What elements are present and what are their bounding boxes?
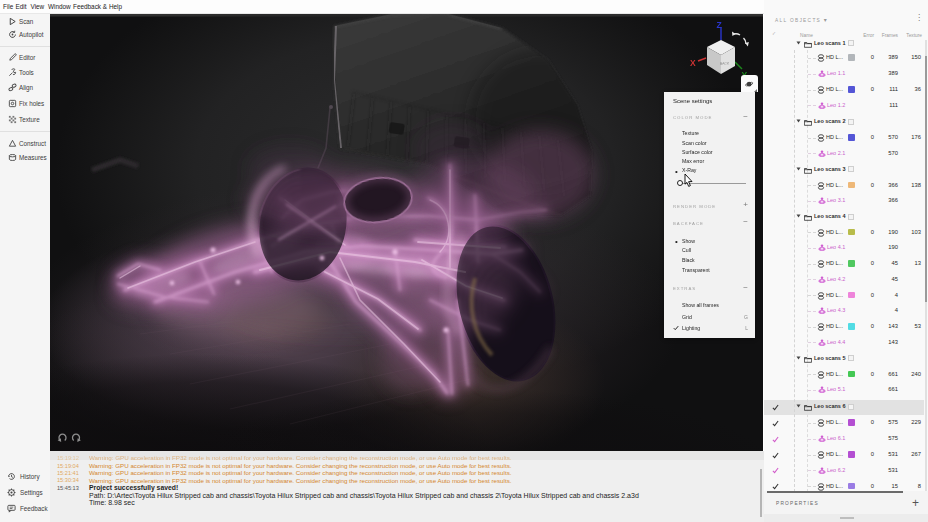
svg-text:BACK: BACK xyxy=(720,61,730,66)
svg-text:X: X xyxy=(690,58,696,68)
svg-text:Z: Z xyxy=(717,20,722,30)
